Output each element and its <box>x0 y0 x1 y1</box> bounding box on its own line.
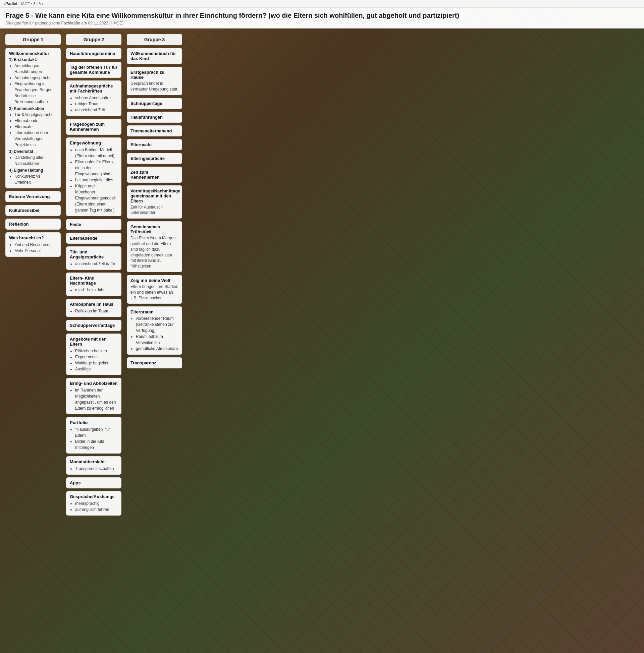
card-title-gruppe2-7: Tür- und Angelgespräche <box>70 249 118 260</box>
list-item: Tür-&Angelgespräche <box>15 112 57 118</box>
list-item: Anmeldungen; Hausführungen <box>15 63 57 75</box>
page-subtitle: Dialogtreffen für pädagogische Fachkräft… <box>5 21 639 25</box>
card-title-gruppe2-9: Atmosphäre im Haus <box>70 302 118 307</box>
card-desc-gruppe3-1: Gespräch findet in vertrauter Umgebung s… <box>131 81 179 92</box>
card-title-gruppe3-11: Elternraum <box>131 309 179 314</box>
card-title-gruppe1-0: Willkommenskultur <box>9 51 57 56</box>
list-item: Transparenz schaffen <box>75 466 118 471</box>
card-list: Konkurrenz vs Offenheit <box>9 173 57 185</box>
list-item: Darstellung aller Nationalitäten <box>15 154 57 167</box>
card-gruppe2-16: Gespräche/Aushängemehrsprachigauf englis… <box>66 491 121 515</box>
list-item: ausreichend Zeit <box>75 107 118 113</box>
card-title-gruppe3-10: Zeig mir deine Welt <box>131 278 179 283</box>
list-item: gemütliche Atmosphäre <box>136 346 179 352</box>
card-gruppe2-6: Elternabende <box>66 233 121 244</box>
card-title-gruppe2-12: Bring- und Abholzeiten <box>70 381 118 386</box>
card-title-gruppe2-4: Eingewöhnung <box>70 141 118 145</box>
card-gruppe1-3: Reflexion <box>5 219 61 229</box>
card-gruppe3-4: Themenelternabend <box>127 125 182 137</box>
card-title-gruppe3-9: Gemeinsames Frühstück <box>131 224 179 234</box>
card-title-gruppe2-11: Angebote mit den Eltern <box>70 337 118 347</box>
card-title-gruppe2-8: Eltern- Kind Nachmittage <box>70 275 118 286</box>
card-list: nach Berliner Modell (Eltern sind mit da… <box>70 147 118 213</box>
card-title-gruppe3-8: Vormittage/Nachmittage gemeinsam mit den… <box>131 188 179 203</box>
card-list: Eingewöhnung = Erwartungen, Sorgen, Bedü… <box>9 81 57 105</box>
card-gruppe3-6: Elterngespräche <box>127 153 182 164</box>
card-gruppe2-7: Tür- und Angelgesprächeausreichend Zeit … <box>66 246 121 270</box>
list-item: Konkurrenz vs Offenheit <box>15 173 57 185</box>
card-gruppe3-3: Hausführungen <box>127 112 182 123</box>
card-title-gruppe1-4: Was braucht es? <box>9 235 57 240</box>
card-gruppe3-10: Zeig mir deine WeltEltern bringen ihre S… <box>127 275 182 304</box>
column-gruppe1: Gruppe 1Willkommenskultur1) Erstkontakt:… <box>5 34 61 257</box>
list-item: Zeit und Ressourcen <box>15 242 57 248</box>
list-item: Mehr Personal <box>15 248 57 254</box>
card-gruppe2-10: Schnuppervormittage <box>66 320 121 331</box>
card-gruppe1-0: Willkommenskultur1) Erstkontakt:Anmeldun… <box>5 48 61 188</box>
column-header-gruppe1: Gruppe 1 <box>5 34 61 45</box>
card-gruppe2-1: Tag der offenen Tür für gesamte Kommune <box>66 62 121 78</box>
list-item: schöne Atmosphäre <box>75 95 118 101</box>
list-item: Leitung begleitet dies <box>75 177 118 183</box>
card-gruppe1-1: Externe Vernetzung <box>5 191 61 202</box>
card-list: "Hausaufgaben" für ElternBilder in die K… <box>70 427 118 451</box>
list-item: Raum lädt zum Verweilen ein <box>136 334 179 346</box>
list-item: Experimente <box>75 354 118 360</box>
section-label: 1) Erstkontakt: <box>9 57 57 62</box>
card-list: ausreichend Zeit dafür <box>70 261 118 267</box>
top-bar: :Padlet HAGE • 3 • 3h <box>0 0 644 8</box>
list-item: Elterncafes für Eltern, die in der Einge… <box>75 159 118 177</box>
card-gruppe3-0: Willkommensbuch für das Kind <box>127 48 182 64</box>
list-item: vorbereitender Raum (Getränke stehen zur… <box>136 315 179 334</box>
column-gruppe3: Gruppe 3Willkommensbuch für das KindErst… <box>127 34 182 368</box>
section-label: 2) Kommunikation <box>9 106 57 111</box>
top-bar-breadcrumb: HAGE • 3 • 3h <box>20 2 43 6</box>
card-list: mehrsprachigauf englisch führen <box>70 501 118 512</box>
app-logo: :Padlet <box>4 1 18 6</box>
section-label: 3) Diviersität <box>9 149 57 154</box>
card-gruppe2-5: Feste <box>66 219 121 230</box>
card-gruppe3-5: Elterncafe <box>127 139 182 150</box>
card-title-gruppe2-13: Portfolio <box>70 420 118 425</box>
card-desc-gruppe3-8: Zeit für Austausch untereinander <box>131 204 179 216</box>
card-gruppe3-8: Vormittage/Nachmittage gemeinsam mit den… <box>127 185 182 219</box>
list-item: Krippe auch Münchener Eingewöhnungsmodel… <box>75 183 118 213</box>
card-title-gruppe2-16: Gespräche/Aushänge <box>70 494 118 499</box>
card-list: Darstellung aller Nationalitäten <box>9 154 57 167</box>
card-title-gruppe2-2: Aufnahmegespräche mit Fachkräften <box>70 83 118 94</box>
list-item: Ausflüge <box>75 366 118 372</box>
card-gruppe2-15: Apps <box>66 477 121 488</box>
card-list: Reflexion im Team <box>70 308 118 314</box>
card-gruppe2-11: Angebote mit den ElternPlätzchen backenE… <box>66 334 121 375</box>
card-gruppe3-7: Zeit zum Kennenlernen <box>127 167 182 183</box>
list-item: Reflexion im Team <box>75 308 118 314</box>
card-list: Tür-&AngelgesprächeElternabendeElterncaf… <box>9 112 57 148</box>
card-list: Transparenz schaffen <box>70 466 118 471</box>
list-item: Informationen über Veranstaltungen, Proj… <box>15 130 57 148</box>
card-desc-gruppe3-9: Das Bistro ist am Morgen geöffnet und di… <box>131 235 179 269</box>
card-gruppe2-14: MonatsübersichtTransparenz schaffen <box>66 456 121 475</box>
main-content: Gruppe 1Willkommenskultur1) Erstkontakt:… <box>0 28 644 521</box>
card-list: vorbereitender Raum (Getränke stehen zur… <box>131 315 179 352</box>
list-item: mind. 1x im Jahr <box>75 287 118 293</box>
list-item: Bilder in die Kita mitbringen <box>75 438 118 451</box>
card-gruppe3-12: Transparenz <box>127 357 182 368</box>
list-item: Eingewöhnung = Erwartungen, Sorgen, Bedü… <box>15 81 57 105</box>
card-gruppe2-8: Eltern- Kind Nachmittagemind. 1x im Jahr <box>66 272 121 296</box>
list-item: Waldtage begleiten <box>75 360 118 366</box>
list-item: Elterncafe <box>15 124 57 130</box>
card-gruppe2-3: Fragebogen zum Kennenlernen <box>66 119 121 135</box>
card-gruppe2-0: Hausführungstermine <box>66 48 121 59</box>
list-item: ausreichend Zeit dafür <box>75 261 118 267</box>
list-item: nach Berliner Modell (Eltern sind mit da… <box>75 147 118 159</box>
card-gruppe2-9: Atmosphäre im HausReflexion im Team <box>66 299 121 317</box>
card-gruppe3-11: Elternraumvorbereitender Raum (Getränke … <box>127 306 182 355</box>
card-list: im Rahmen der Möglichkeiten angepasst , … <box>70 387 118 411</box>
list-item: Aufnahmegespräche <box>15 75 57 81</box>
card-title-gruppe2-14: Monatsübersicht <box>70 459 118 464</box>
card-gruppe2-12: Bring- und Abholzeitenim Rahmen der Mögl… <box>66 378 121 414</box>
card-gruppe3-2: Schnuppertage <box>127 98 182 109</box>
card-gruppe3-9: Gemeinsames FrühstückDas Bistro ist am M… <box>127 221 182 272</box>
card-list: schöne Atmosphäreruhiger Raumausreichend… <box>70 95 118 113</box>
card-gruppe1-4: Was braucht es?Zeit und RessourcenMehr P… <box>5 232 61 257</box>
